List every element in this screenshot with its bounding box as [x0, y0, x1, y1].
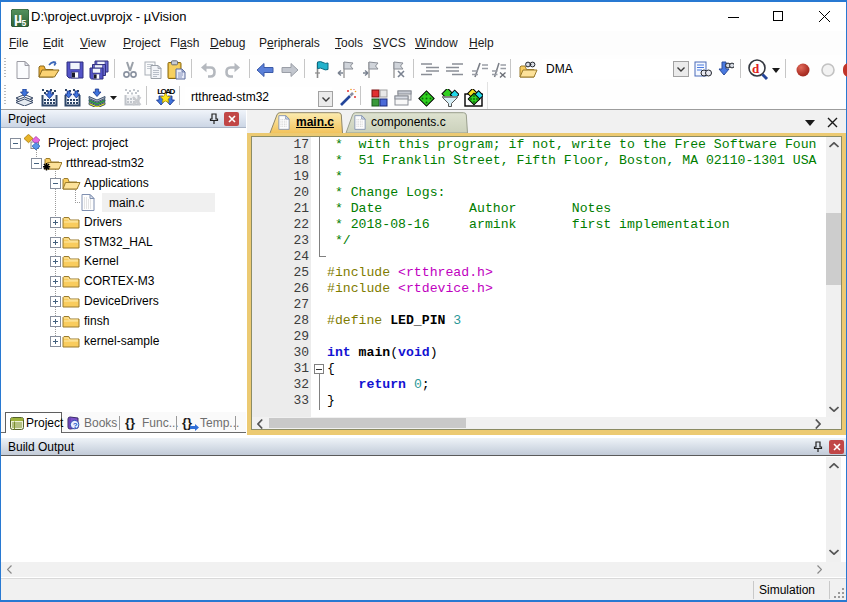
svg-text:?: ? [73, 421, 78, 430]
svg-text:d: d [752, 61, 760, 76]
svg-text:5: 5 [22, 18, 27, 28]
